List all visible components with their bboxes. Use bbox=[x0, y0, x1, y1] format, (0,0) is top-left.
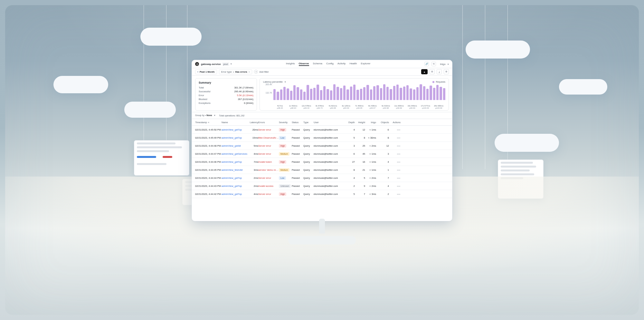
table-row[interactable]: 02/21/2023, 4:45:50 PMadminView_getTop20… bbox=[192, 126, 452, 134]
chart-bar bbox=[303, 92, 306, 100]
chart-bar bbox=[420, 84, 422, 100]
x-tick: 12s 578msp99.44 bbox=[300, 105, 313, 109]
operation-name-link[interactable]: adminView_getAll bbox=[222, 144, 247, 147]
plus-icon: + bbox=[254, 70, 258, 74]
nav-tab-schema[interactable]: Schema bbox=[313, 62, 322, 66]
chart-bar bbox=[370, 89, 372, 100]
x-tick: 8s 435msp99.97 bbox=[366, 105, 379, 109]
link-icon[interactable]: 🔗 bbox=[424, 62, 429, 66]
group-by-dropdown[interactable]: Group by • None ▾ bbox=[195, 114, 215, 117]
nav-tab-insights[interactable]: Insights bbox=[286, 62, 295, 66]
chart-bar bbox=[400, 88, 402, 100]
summary-row: Total301.3K (7.09/min) bbox=[199, 86, 253, 89]
service-chevron-icon[interactable]: ▾ bbox=[231, 63, 232, 65]
column-actions[interactable]: Actions bbox=[389, 121, 401, 124]
operation-name-link[interactable]: adminView_getTop bbox=[222, 136, 247, 139]
error-text: service 'demo re… bbox=[258, 169, 279, 171]
x-tick: 3s 578msp99.74 bbox=[313, 105, 326, 109]
x-tick: 9s 910msp99.98 bbox=[379, 105, 393, 109]
column-timestamp[interactable]: Timestamp ▼ bbox=[195, 121, 222, 124]
row-actions-icon[interactable]: ••• bbox=[389, 144, 401, 147]
main-nav: InsightsObserveSchemaConfigActivityHealt… bbox=[286, 62, 370, 66]
chart-bar bbox=[383, 84, 385, 100]
operation-name-link[interactable]: adminView_getTop bbox=[222, 193, 247, 196]
chart-bar bbox=[410, 88, 412, 100]
chart-bar bbox=[396, 85, 399, 100]
table-row[interactable]: 02/21/2023, 4:44:47 PMadminView_getServi… bbox=[192, 150, 452, 158]
error-filter-chip[interactable]: Error type • Has errors × bbox=[219, 69, 252, 74]
chart-bar bbox=[436, 85, 439, 100]
chart-bar bbox=[406, 85, 409, 100]
column-depth[interactable]: Depth bbox=[345, 121, 355, 124]
column-latency[interactable]: Latency bbox=[247, 121, 258, 124]
nav-tab-activity[interactable]: Activity bbox=[337, 62, 346, 66]
row-actions-icon[interactable]: ••• bbox=[389, 128, 401, 131]
operation-name-link[interactable]: adminView_getTop bbox=[222, 185, 247, 187]
chart-bar bbox=[376, 85, 379, 100]
row-actions-icon[interactable]: ••• bbox=[389, 136, 401, 139]
env-badge: prod bbox=[222, 62, 229, 66]
add-filter-button[interactable]: +Add filter bbox=[254, 70, 269, 74]
table-row[interactable]: 02/21/2023, 4:44:45 PMadminView_fetchAll… bbox=[192, 166, 452, 174]
run-button[interactable]: ▲ bbox=[421, 69, 428, 74]
column-inigo[interactable]: Inigo bbox=[365, 121, 376, 124]
column-height[interactable]: Height bbox=[355, 121, 365, 124]
refresh-icon[interactable]: ⟲ bbox=[431, 62, 436, 66]
table-row[interactable]: 02/21/2023, 4:44:44 PMadminView_getTop2m… bbox=[192, 174, 452, 182]
column-severity[interactable]: Severity bbox=[279, 121, 292, 124]
account-menu[interactable]: Inigo ▾ bbox=[440, 63, 449, 66]
operation-name-link[interactable]: adminView_fetchAll bbox=[222, 169, 247, 171]
table-row[interactable]: 02/21/2023, 4:44:46 PMadminView_getTop7m… bbox=[192, 158, 452, 166]
service-name[interactable]: gateway-service bbox=[201, 63, 221, 66]
summary-row: Blocked267 (0.01/min) bbox=[199, 98, 253, 101]
column-name[interactable]: Name bbox=[222, 121, 247, 124]
operations-table: Timestamp ▼NameLatencyErrorsSeverityStat… bbox=[192, 119, 452, 198]
severity-badge: Low bbox=[279, 176, 286, 180]
columns-button[interactable]: ⊞ bbox=[430, 69, 435, 74]
x-tick: 417msp98.25 bbox=[273, 105, 287, 109]
table-row[interactable]: 02/21/2023, 4:44:48 PMadminView_getAll5m… bbox=[192, 142, 452, 150]
chart-bar bbox=[323, 86, 326, 100]
chart-bar bbox=[307, 85, 309, 100]
column-errors[interactable]: Errors bbox=[258, 121, 279, 124]
operation-name-link[interactable]: adminView_getTop bbox=[222, 128, 247, 131]
operation-name-link[interactable]: adminView_getServices bbox=[222, 152, 247, 155]
chart-bar bbox=[350, 87, 352, 100]
remove-filter-icon[interactable]: × bbox=[249, 70, 250, 73]
time-range-chip[interactable]: Past 1 Month bbox=[195, 69, 217, 74]
nav-tab-health[interactable]: Health bbox=[349, 62, 357, 66]
row-actions-icon[interactable]: ••• bbox=[389, 160, 401, 163]
table-row[interactable]: 02/21/2023, 4:45:49 PMadminView_getTop15… bbox=[192, 134, 452, 142]
latency-chart-card: Latency percentile ▾ Requests 265.4K 132… bbox=[260, 78, 449, 111]
column-type[interactable]: Type bbox=[303, 121, 314, 124]
row-actions-icon[interactable]: ••• bbox=[389, 169, 401, 171]
monitor-screen: ◎ gateway-service prod ▾ InsightsObserve… bbox=[192, 60, 452, 221]
operation-name-link[interactable]: adminView_getTop bbox=[222, 160, 247, 163]
summary-row: Exceptions0 (0/min) bbox=[199, 102, 253, 105]
chart-bar bbox=[313, 88, 316, 100]
column-user[interactable]: User bbox=[314, 121, 345, 124]
nav-tab-config[interactable]: Config bbox=[326, 62, 334, 66]
operation-name-link[interactable]: adminView_getTop bbox=[222, 177, 247, 179]
app-logo-icon: ◎ bbox=[195, 62, 199, 66]
error-text: Server error bbox=[258, 193, 279, 196]
table-row[interactable]: 02/21/2023, 4:44:43 PMadminView_getTop2m… bbox=[192, 182, 452, 190]
column-objects[interactable]: Objects bbox=[376, 121, 389, 124]
chart-bar bbox=[393, 86, 395, 100]
column-status[interactable]: Status bbox=[292, 121, 303, 124]
chart-bar bbox=[330, 90, 332, 100]
chart-bar bbox=[310, 89, 312, 100]
row-actions-icon[interactable]: ••• bbox=[389, 185, 401, 187]
settings-button[interactable]: ⚙ bbox=[444, 69, 449, 74]
summary-card: Summary Total301.3K (7.09/min)Successful… bbox=[195, 78, 257, 111]
nav-tab-observe[interactable]: Observe bbox=[299, 62, 309, 66]
download-button[interactable]: ⭳ bbox=[437, 69, 442, 74]
table-row[interactable]: 02/21/2023, 4:44:42 PMadminView_getTop4m… bbox=[192, 190, 452, 198]
nav-tab-explorer[interactable]: Explorer bbox=[361, 62, 371, 66]
row-actions-icon[interactable]: ••• bbox=[389, 152, 401, 155]
severity-badge: High bbox=[279, 192, 286, 196]
chart-mode-dropdown[interactable]: Latency percentile ▾ bbox=[263, 80, 286, 83]
row-actions-icon[interactable]: ••• bbox=[389, 193, 401, 196]
row-actions-icon[interactable]: ••• bbox=[389, 177, 401, 179]
chart-bar bbox=[340, 88, 342, 100]
